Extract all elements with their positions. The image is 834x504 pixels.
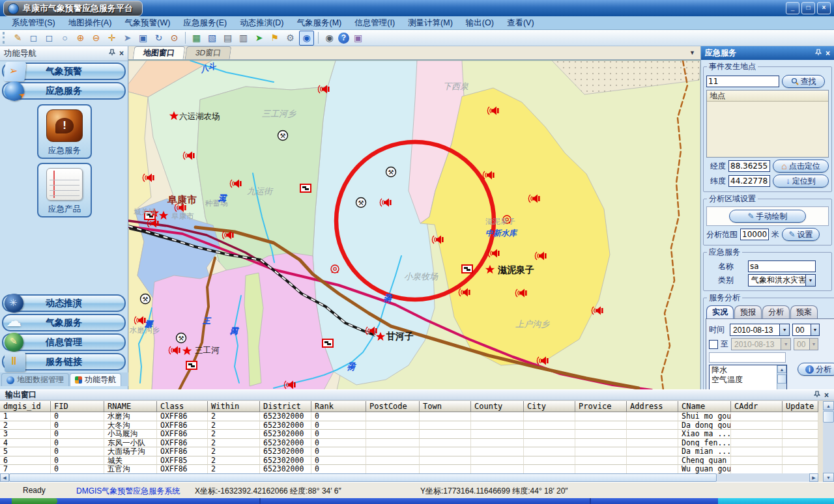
pin-marker-icon[interactable]: ⚑ — [268, 31, 281, 45]
zoom-out-icon[interactable]: ⊖ — [89, 31, 103, 45]
date-select[interactable]: 2010-08-13▼ — [730, 324, 790, 336]
select-circle-icon[interactable]: ○ — [58, 31, 72, 45]
help-icon[interactable]: ? — [338, 33, 349, 44]
mine-symbol-icon[interactable]: ⚒ — [141, 294, 151, 304]
minimize-button[interactable]: _ — [786, 2, 799, 14]
list-scrollbar[interactable]: ▲ — [777, 365, 786, 389]
pin-icon[interactable] — [814, 391, 820, 400]
scroll-right-icon[interactable]: ▶ — [809, 473, 818, 482]
scroll-thumb[interactable] — [777, 374, 786, 384]
chevron-down-icon[interactable]: ▼ — [811, 324, 819, 335]
scroll-up-icon[interactable]: ▲ — [777, 365, 786, 373]
sidebar-item-info-management[interactable]: 信息管理 — [2, 333, 126, 351]
panel-tab-2[interactable]: 功能导航 — [70, 373, 121, 386]
zoom-in-icon[interactable]: ⊕ — [74, 31, 87, 45]
column-header-town[interactable]: Town — [420, 401, 471, 412]
column-header-caddr[interactable]: CAddr — [731, 401, 783, 412]
chevron-down-icon[interactable]: ▼ — [805, 275, 815, 286]
analysis-tab-1[interactable]: 实况 — [706, 305, 734, 318]
latitude-input[interactable] — [728, 175, 770, 187]
service-name-input[interactable] — [748, 260, 816, 272]
identify-icon[interactable]: ⊙ — [167, 31, 181, 45]
longitude-input[interactable] — [728, 160, 770, 172]
close-button[interactable]: × — [817, 2, 831, 14]
analysis-range-input[interactable] — [740, 229, 769, 240]
column-header-dmgis_id[interactable]: dmgis_id — [0, 401, 51, 412]
column-header-class[interactable]: Class — [157, 401, 208, 412]
mine-symbol-icon[interactable]: ⚒ — [356, 198, 366, 208]
map-export-icon[interactable]: ▧ — [205, 31, 219, 45]
hour-select[interactable]: 00▼ — [792, 324, 820, 336]
column-header-fid[interactable]: FID — [51, 401, 104, 412]
table-row[interactable]: 40东风一小队OXFF8626523020000Dong fen... — [0, 439, 818, 448]
pointer-green-icon[interactable]: ➤ — [252, 31, 266, 45]
scroll-left-icon[interactable]: ◀ — [0, 473, 9, 482]
scroll-up-icon[interactable]: ▲ — [823, 401, 834, 410]
scroll-down-icon[interactable]: ▼ — [823, 473, 834, 482]
column-header-provice[interactable]: Provice — [575, 401, 627, 412]
settings-gear-icon[interactable]: ⚙ — [283, 31, 297, 45]
to-checkbox[interactable] — [709, 340, 718, 349]
analysis-tab-3[interactable]: 分析 — [762, 305, 790, 318]
location-list[interactable]: 地点 — [706, 90, 829, 158]
pin-icon[interactable] — [109, 49, 115, 58]
scroll-thumb[interactable] — [823, 411, 834, 423]
taskbar[interactable] — [0, 498, 834, 504]
weather-item-2[interactable]: 空气温度 — [710, 375, 786, 385]
column-header-within[interactable]: Within — [208, 401, 260, 412]
mine-symbol-icon[interactable]: ⚒ — [177, 333, 186, 343]
column-header-rname[interactable]: RNAME — [104, 401, 157, 412]
toolbar-grip[interactable] — [3, 32, 7, 44]
mine-symbol-icon[interactable]: ⚒ — [278, 131, 288, 141]
column-header-district[interactable]: District — [260, 401, 311, 412]
refresh-icon[interactable]: ↻ — [152, 31, 165, 45]
click-locate-button[interactable]: ⌂点击定位 — [773, 160, 829, 173]
tab-list-dropdown-icon[interactable]: ▼ — [689, 49, 695, 56]
menu-item-5[interactable]: 动态推演(D) — [233, 16, 290, 30]
big-button-emergency-alert[interactable]: !应急服务 — [37, 104, 92, 159]
picture-icon[interactable]: ▣ — [351, 31, 365, 45]
pin-icon[interactable] — [815, 49, 822, 58]
analysis-tab-4[interactable]: 预案 — [790, 305, 818, 318]
select-polygon-icon[interactable]: ◻ — [42, 31, 56, 45]
menu-item-3[interactable]: 气象预警(W) — [118, 16, 177, 30]
close-icon[interactable]: × — [826, 49, 830, 57]
map-canvas[interactable]: ⚒⚒⚒⚒⚒八斗六运湖农场三工河乡下西泉九运街阜康市城关镇阜康市种蓄场滋泥泉子中新… — [128, 60, 700, 390]
table-row[interactable]: 20大冬沟OXFF8626523020000Da dong gou — [0, 421, 818, 430]
column-header-city[interactable]: City — [524, 401, 575, 412]
weather-element-list[interactable]: 降水空气温度 ▲ — [709, 365, 787, 389]
full-extent-icon[interactable]: ▣ — [136, 31, 150, 45]
sidebar-item-weather-warning[interactable]: 气象预警 — [2, 63, 126, 80]
menu-item-2[interactable]: 地图操作(A) — [62, 16, 119, 30]
pan-hand-icon[interactable]: ✛ — [105, 31, 119, 45]
flag-marker-icon[interactable] — [462, 265, 472, 273]
menu-item-7[interactable]: 信息管理(I) — [348, 16, 401, 30]
table-row[interactable]: 50大面场子沟OXFF8626523020000Da mian ... — [0, 447, 818, 456]
menu-item-10[interactable]: 查看(V) — [500, 16, 541, 30]
table-row[interactable]: 30小马厩沟OXFF8626523020000Xiao ma ... — [0, 430, 818, 439]
column-header-update[interactable]: Update — [783, 401, 818, 412]
print-preview-icon[interactable]: ▥ — [237, 31, 250, 45]
analyze-button[interactable]: i分析 — [798, 363, 834, 376]
scroll-thumb[interactable] — [9, 473, 717, 482]
title-bar[interactable]: 阜康市气象预警应急服务平台 _ □ × — [0, 0, 834, 16]
flag-marker-icon[interactable] — [186, 361, 197, 369]
measure-icon[interactable]: ✎ — [11, 31, 25, 45]
horizontal-scrollbar[interactable]: ◀ ▶ — [0, 473, 818, 482]
flag-marker-icon[interactable] — [323, 339, 333, 347]
manual-draw-button[interactable]: ✎手动绘制 — [729, 210, 806, 223]
event-location-input[interactable] — [706, 76, 779, 87]
table-row[interactable]: 70五官沟OXFF8626523020000Wu guan gou — [0, 465, 818, 473]
close-icon[interactable]: × — [824, 391, 829, 399]
vertical-scrollbar[interactable]: ▲ ▼ — [823, 401, 834, 482]
map-tab-2d[interactable]: 地图窗口 — [133, 46, 186, 59]
layers-icon[interactable]: ▦ — [190, 31, 203, 45]
analysis-tab-2[interactable]: 预报 — [734, 305, 762, 318]
column-header-county[interactable]: County — [471, 401, 524, 412]
column-header-postcode[interactable]: PostCode — [366, 401, 420, 412]
restore-button[interactable]: □ — [801, 2, 815, 14]
taskbar-tray[interactable] — [718, 498, 834, 504]
eye-icon[interactable]: ◉ — [323, 31, 336, 45]
table-row[interactable]: 10水磨沟OXFF8626523020000Shui mo gou — [0, 412, 818, 421]
column-header-cname[interactable]: CName — [678, 401, 731, 412]
